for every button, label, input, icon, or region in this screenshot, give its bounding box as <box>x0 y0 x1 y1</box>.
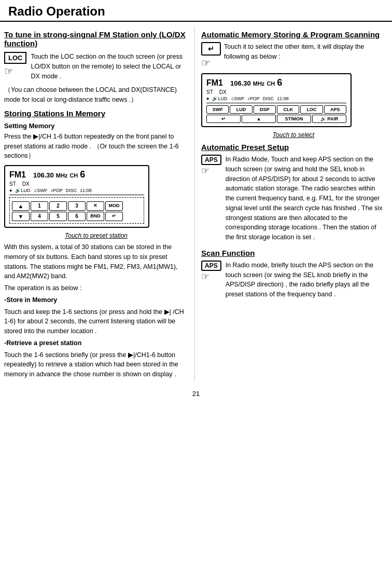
radio1-btn-5[interactable]: 5 <box>49 212 67 221</box>
preset-caption: Touch to preset station <box>4 232 188 239</box>
touch-hand-icon: ☞ <box>201 57 221 69</box>
page-title: Radio Operation <box>0 0 392 22</box>
radio2-ch: CH <box>267 80 275 87</box>
hand-icon: ☞ <box>4 65 26 77</box>
aps-badge-1[interactable]: APS <box>201 155 221 165</box>
radio1-btn-4[interactable]: 4 <box>31 212 48 221</box>
radio1-ch: CH <box>69 172 78 179</box>
para2: The operation is as below : <box>4 283 188 293</box>
para1: With this system, a total of 30 stations… <box>4 242 188 281</box>
aps-badge-2[interactable]: APS <box>201 261 221 271</box>
left-column: To tune in strong-singnal FM Station onl… <box>4 26 195 381</box>
radio2-btn-stmon[interactable]: ST/MON <box>277 115 311 123</box>
aps-setup-section: APS ☞ In Radio Mode, Touch and keep APS … <box>201 155 386 244</box>
radio2-freq: 106.30 <box>230 79 251 87</box>
radio1-dx: DX <box>22 181 30 187</box>
radio2-chnum: 6 <box>277 77 282 88</box>
radio1-btn-2[interactable]: 2 <box>49 201 67 211</box>
radio2-btn-aps[interactable]: APS <box>324 105 346 114</box>
setting-memory-text: Press the ▶|/CH 1-6 button repeatedly on… <box>4 132 188 161</box>
radio2-btn-pair[interactable]: 🔊 PAIR <box>312 115 346 123</box>
radio1-icons: ● 🔊LUD ♫SWF ♪POP DISC 11:08 <box>9 188 144 195</box>
radio1-fm: FM1 <box>9 170 26 180</box>
radio1-btn-enter[interactable]: ↵ <box>105 212 123 221</box>
radio2-btn-dsp[interactable]: DSP <box>254 105 276 114</box>
radio1-btn-x[interactable]: ✕ <box>87 201 104 211</box>
page-number: 21 <box>0 390 392 398</box>
loc-box: LOC ☞ Touch the LOC section on the touch… <box>4 52 188 81</box>
aps-hand-icon-2: ☞ <box>201 271 223 282</box>
loc-note: （You can choose between the LOCAL and DX… <box>4 85 188 105</box>
radio2-st: ST <box>206 89 213 95</box>
aps-text1: In Radio Mode, Touch and keep APS sectio… <box>226 155 386 242</box>
radio-display-1: FM1 106.30 MHz CH 6 ST DX ● 🔊LUD ♫SWF ♪P… <box>4 165 149 228</box>
radio2-btn-up[interactable]: ▲ <box>242 115 276 123</box>
right-section3-title: Scan Function <box>201 249 386 257</box>
radio1-btn-bnd[interactable]: BND <box>87 212 104 221</box>
loc-badge[interactable]: LOC <box>4 52 26 64</box>
touch-text: Touch it to select the other item, it wi… <box>224 42 386 62</box>
radio2-btn-swf[interactable]: SWF <box>206 105 229 114</box>
radio-display-2: FM1 106.30 MHz CH 6 ST DX ● 🔊LUD ♫SWF ♪P… <box>201 73 352 127</box>
right-section2-title: Automatic Preset Setup <box>201 143 386 152</box>
aps-text2: In Radio mode, briefly touch the APS sec… <box>226 261 386 299</box>
section1-title: To tune in strong-singnal FM Station onl… <box>4 30 188 48</box>
radio2-icons: ● 🔊LUD ♫SWF ♪POP DISC 11:08 <box>206 96 346 103</box>
radio2-btn-enter[interactable]: ↵ <box>206 115 241 123</box>
touch-icon-box: ↵ ☞ Touch it to select the other item, i… <box>201 42 386 69</box>
retrieve-text: Touch the 1-6 sections briefly (or press… <box>4 350 188 379</box>
subsection1-title: Setting Memory <box>4 122 188 130</box>
scan-section: APS ☞ In Radio mode, briefly touch the A… <box>201 261 386 302</box>
radio1-btn-down[interactable]: ▼ <box>12 212 30 221</box>
loc-description: Touch the LOC section on the touch scree… <box>31 52 188 81</box>
radio1-btn-1[interactable]: 1 <box>31 201 48 211</box>
radio1-chnum: 6 <box>80 169 85 180</box>
radio2-btn-clk[interactable]: CLK <box>277 105 299 114</box>
radio2-fm: FM1 <box>206 78 223 88</box>
radio2-btn-loc[interactable]: LOC <box>300 105 323 114</box>
radio2-mhz: MHz <box>253 80 265 87</box>
touch-arrow-badge[interactable]: ↵ <box>201 42 221 56</box>
radio1-mhz: MHz <box>56 172 68 179</box>
radio1-btn-mod[interactable]: MOD <box>105 201 123 211</box>
radio1-btn-up[interactable]: ▲ <box>12 201 30 211</box>
radio2-dx: DX <box>219 89 227 95</box>
right-column: Automatic Memory Storing & Program Scann… <box>195 26 386 381</box>
section2-title: Storing Stations In Memory <box>4 109 188 118</box>
radio1-st: ST <box>9 181 16 187</box>
store-title: -Store in Memory <box>4 295 188 305</box>
right-section1-title: Automatic Memory Storing & Program Scann… <box>201 30 386 39</box>
store-text: Touch and keep the 1-6 sections (or pres… <box>4 307 188 336</box>
radio1-btn-6[interactable]: 6 <box>68 212 86 221</box>
aps-hand-icon-1: ☞ <box>201 165 223 176</box>
radio1-freq: 106.30 <box>33 171 54 179</box>
radio1-btn-3[interactable]: 3 <box>68 201 86 211</box>
touch-select-caption: Touch to select <box>201 131 386 139</box>
radio2-btn-lud[interactable]: LUD <box>230 105 252 114</box>
retrieve-title: -Retrieve a preset station <box>4 338 188 348</box>
